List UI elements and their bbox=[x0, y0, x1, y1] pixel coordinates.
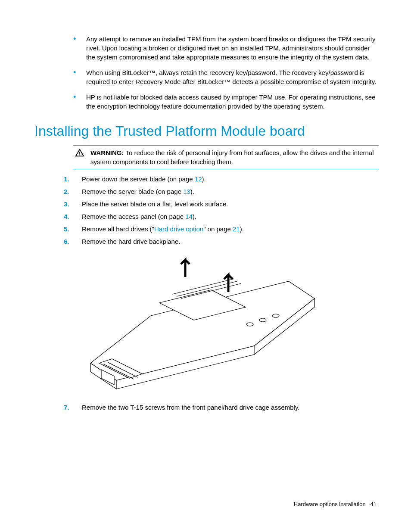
install-steps-list-cont: 7. Remove the two T-15 screws from the f… bbox=[60, 403, 379, 412]
section-heading: Installing the Trusted Platform Module b… bbox=[34, 121, 379, 141]
bullet-dot-icon: • bbox=[73, 68, 86, 86]
page-link[interactable]: 12 bbox=[195, 175, 202, 183]
bullet-text: Any attempt to remove an installed TPM f… bbox=[86, 34, 379, 62]
step-text: Remove the two T-15 screws from the fron… bbox=[82, 403, 379, 412]
bullet-text: HP is not liable for blocked data access… bbox=[86, 93, 379, 111]
server-blade-diagram bbox=[73, 251, 340, 398]
warning-body: To reduce the risk of personal injury fr… bbox=[90, 149, 374, 165]
step-item: 1. Power down the server blade (on page … bbox=[60, 174, 379, 184]
warning-icon bbox=[73, 148, 90, 166]
step-number: 3. bbox=[60, 199, 82, 208]
step-item: 2. Remove the server blade (on page 13). bbox=[60, 187, 379, 196]
bullet-item: • Any attempt to remove an installed TPM… bbox=[73, 34, 379, 62]
warning-box: WARNING: To reduce the risk of personal … bbox=[73, 145, 379, 169]
bullet-dot-icon: • bbox=[73, 93, 86, 111]
page-link[interactable]: 21 bbox=[233, 225, 240, 233]
svg-point-1 bbox=[79, 154, 80, 155]
step-number: 1. bbox=[60, 174, 82, 184]
step-number: 2. bbox=[60, 187, 82, 196]
step-text: Remove all hard drives ("Hard drive opti… bbox=[82, 224, 379, 233]
warning-text: WARNING: To reduce the risk of personal … bbox=[90, 148, 379, 166]
step-number: 7. bbox=[60, 403, 82, 412]
step-text: Place the server blade on a flat, level … bbox=[82, 199, 379, 208]
bullet-text: When using BitLocker™, always retain the… bbox=[86, 68, 379, 86]
step-item: 7. Remove the two T-15 screws from the f… bbox=[60, 403, 379, 412]
footer-page-number: 41 bbox=[371, 501, 377, 507]
step-text: Remove the access panel (on page 14). bbox=[82, 212, 379, 221]
step-item: 5. Remove all hard drives ("Hard drive o… bbox=[60, 224, 379, 233]
step-number: 5. bbox=[60, 224, 82, 233]
section-link[interactable]: Hard drive option bbox=[154, 225, 203, 233]
intro-bullet-list: • Any attempt to remove an installed TPM… bbox=[73, 34, 379, 111]
step-item: 4. Remove the access panel (on page 14). bbox=[60, 212, 379, 221]
step-text: Power down the server blade (on page 12)… bbox=[82, 174, 379, 184]
page-link[interactable]: 14 bbox=[185, 213, 193, 220]
install-steps-list: 1. Power down the server blade (on page … bbox=[60, 174, 379, 246]
step-number: 4. bbox=[60, 212, 82, 221]
step-number: 6. bbox=[60, 237, 82, 246]
step-text: Remove the server blade (on page 13). bbox=[82, 187, 379, 196]
warning-label: WARNING: bbox=[90, 149, 124, 156]
step-item: 3. Place the server blade on a flat, lev… bbox=[60, 199, 379, 208]
step-item: 6. Remove the hard drive backplane. bbox=[60, 237, 379, 246]
step-text: Remove the hard drive backplane. bbox=[82, 237, 379, 246]
bullet-dot-icon: • bbox=[73, 34, 86, 62]
page-footer: Hardware options installation 41 bbox=[294, 501, 377, 508]
bullet-item: • HP is not liable for blocked data acce… bbox=[73, 93, 379, 111]
page-link[interactable]: 13 bbox=[183, 188, 190, 195]
bullet-item: • When using BitLocker™, always retain t… bbox=[73, 68, 379, 86]
footer-section: Hardware options installation bbox=[294, 501, 366, 507]
